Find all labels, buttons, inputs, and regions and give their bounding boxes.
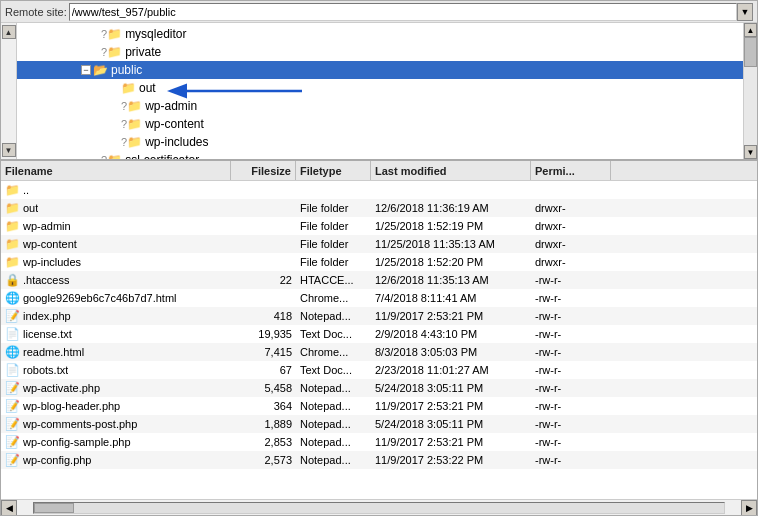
file-perms: drwxr-	[531, 202, 611, 214]
file-icon: 📝	[5, 399, 20, 413]
file-row[interactable]: 📁 wp-admin File folder 1/25/2018 1:52:19…	[1, 217, 757, 235]
tree-expand-public[interactable]: −	[81, 65, 91, 75]
remote-site-bar: Remote site: ▼	[1, 1, 757, 23]
folder-icon-out: 📁	[121, 81, 136, 95]
tree-left-scrollbar: ▲ ▼	[1, 23, 17, 159]
tree-item-wp-admin[interactable]: ? 📁 wp-admin	[17, 97, 743, 115]
file-row[interactable]: 📁 out File folder 12/6/2018 11:36:19 AM …	[1, 199, 757, 217]
file-modified: 5/24/2018 3:05:11 PM	[371, 382, 531, 394]
file-name: wp-config.php	[23, 454, 92, 466]
tree-items: ? 📁 mysqleditor ? 📁 private − 📂 public	[17, 23, 743, 159]
file-row[interactable]: 📄 robots.txt 67 Text Doc... 2/23/2018 11…	[1, 361, 757, 379]
file-list: 📁 .. 📁 out File folder 12/6/2018 11:36:1…	[1, 181, 757, 499]
file-type: HTACCE...	[296, 274, 371, 286]
file-icon: 📄	[5, 327, 20, 341]
file-type: Text Doc...	[296, 364, 371, 376]
file-icon: 📝	[5, 417, 20, 431]
folder-icon-wpcontent: 📁	[127, 117, 142, 131]
col-header-filename[interactable]: Filename	[1, 161, 231, 180]
tree-item-public[interactable]: − 📂 public	[17, 61, 743, 79]
hscroll-right-arrow[interactable]: ▶	[741, 500, 757, 516]
file-size: 67	[231, 364, 296, 376]
tree-item-wp-includes[interactable]: ? 📁 wp-includes	[17, 133, 743, 151]
file-row[interactable]: 🔒 .htaccess 22 HTACCE... 12/6/2018 11:35…	[1, 271, 757, 289]
tree-label-out: out	[139, 81, 156, 95]
file-icon: 📁	[5, 255, 20, 269]
file-name: ..	[23, 184, 29, 196]
file-icon: 🌐	[5, 345, 20, 359]
file-size: 22	[231, 274, 296, 286]
file-row[interactable]: 📝 wp-config-sample.php 2,853 Notepad... …	[1, 433, 757, 451]
file-type: Notepad...	[296, 382, 371, 394]
file-modified: 1/25/2018 1:52:20 PM	[371, 256, 531, 268]
folder-icon-ssl: 📁	[107, 153, 122, 159]
tree-item-ssl-cert[interactable]: ? 📁 ssl-certificator	[17, 151, 743, 159]
tree-scroll-up[interactable]: ▲	[2, 25, 16, 39]
file-row[interactable]: 🌐 readme.html 7,415 Chrome... 8/3/2018 3…	[1, 343, 757, 361]
col-header-perms[interactable]: Permi...	[531, 161, 611, 180]
tree-item-private[interactable]: ? 📁 private	[17, 43, 743, 61]
file-row[interactable]: 📝 wp-activate.php 5,458 Notepad... 5/24/…	[1, 379, 757, 397]
file-type: File folder	[296, 220, 371, 232]
hscroll-left-arrow[interactable]: ◀	[1, 500, 17, 516]
file-perms: -rw-r-	[531, 346, 611, 358]
tree-item-out[interactable]: 📁 out	[17, 79, 743, 97]
tree-label-ssl: ssl-certificator	[125, 153, 199, 159]
file-perms: -rw-r-	[531, 382, 611, 394]
file-type: Notepad...	[296, 418, 371, 430]
file-size: 19,935	[231, 328, 296, 340]
file-row[interactable]: 📁 ..	[1, 181, 757, 199]
file-size: 1,889	[231, 418, 296, 430]
file-name: wp-content	[23, 238, 77, 250]
file-type: Chrome...	[296, 346, 371, 358]
tree-vscroll-up[interactable]: ▲	[744, 23, 757, 37]
tree-vscroll-down[interactable]: ▼	[744, 145, 757, 159]
file-row[interactable]: 📝 wp-comments-post.php 1,889 Notepad... …	[1, 415, 757, 433]
file-modified: 11/9/2017 2:53:22 PM	[371, 454, 531, 466]
file-type: File folder	[296, 256, 371, 268]
tree-content: ▲ ▼ ? 📁 mysqleditor ? 📁 private	[1, 23, 757, 159]
col-header-filetype[interactable]: Filetype	[296, 161, 371, 180]
file-icon: 📁	[5, 183, 20, 197]
file-perms: -rw-r-	[531, 436, 611, 448]
file-name: out	[23, 202, 38, 214]
path-dropdown-arrow[interactable]: ▼	[737, 3, 753, 21]
tree-scroll-down[interactable]: ▼	[2, 143, 16, 157]
col-header-lastmod[interactable]: Last modified	[371, 161, 531, 180]
file-row[interactable]: 📁 wp-content File folder 11/25/2018 11:3…	[1, 235, 757, 253]
file-row[interactable]: 📄 license.txt 19,935 Text Doc... 2/9/201…	[1, 325, 757, 343]
file-size: 2,573	[231, 454, 296, 466]
file-type: Notepad...	[296, 436, 371, 448]
tree-item-mysqleditor[interactable]: ? 📁 mysqleditor	[17, 25, 743, 43]
file-row[interactable]: 🌐 google9269eb6c7c46b7d7.html Chrome... …	[1, 289, 757, 307]
file-modified: 7/4/2018 8:11:41 AM	[371, 292, 531, 304]
file-manager-panel: Remote site: ▼ ▲ ▼ ? 📁 mysqleditor	[0, 0, 758, 516]
file-size: 2,853	[231, 436, 296, 448]
file-row[interactable]: 📝 wp-config.php 2,573 Notepad... 11/9/20…	[1, 451, 757, 469]
file-name: index.php	[23, 310, 71, 322]
file-modified: 1/25/2018 1:52:19 PM	[371, 220, 531, 232]
file-section: Filename Filesize Filetype Last modified…	[1, 161, 757, 515]
file-type: File folder	[296, 202, 371, 214]
tree-label-wp-includes: wp-includes	[145, 135, 208, 149]
tree-item-wp-content[interactable]: ? 📁 wp-content	[17, 115, 743, 133]
file-size: 7,415	[231, 346, 296, 358]
file-size: 5,458	[231, 382, 296, 394]
col-header-filesize[interactable]: Filesize	[231, 161, 296, 180]
file-row[interactable]: 📝 wp-blog-header.php 364 Notepad... 11/9…	[1, 397, 757, 415]
file-name: readme.html	[23, 346, 84, 358]
file-size: 418	[231, 310, 296, 322]
file-icon: 📁	[5, 219, 20, 233]
file-modified: 8/3/2018 3:05:03 PM	[371, 346, 531, 358]
file-icon: 📁	[5, 201, 20, 215]
remote-site-label: Remote site:	[5, 6, 67, 18]
file-row[interactable]: 📁 wp-includes File folder 1/25/2018 1:52…	[1, 253, 757, 271]
file-modified: 5/24/2018 3:05:11 PM	[371, 418, 531, 430]
file-name: wp-includes	[23, 256, 81, 268]
remote-site-path-input[interactable]	[69, 3, 737, 21]
file-name: wp-config-sample.php	[23, 436, 131, 448]
file-row[interactable]: 📝 index.php 418 Notepad... 11/9/2017 2:5…	[1, 307, 757, 325]
hscroll-thumb[interactable]	[34, 503, 74, 513]
tree-vscroll-thumb[interactable]	[744, 37, 757, 67]
file-name: wp-comments-post.php	[23, 418, 137, 430]
